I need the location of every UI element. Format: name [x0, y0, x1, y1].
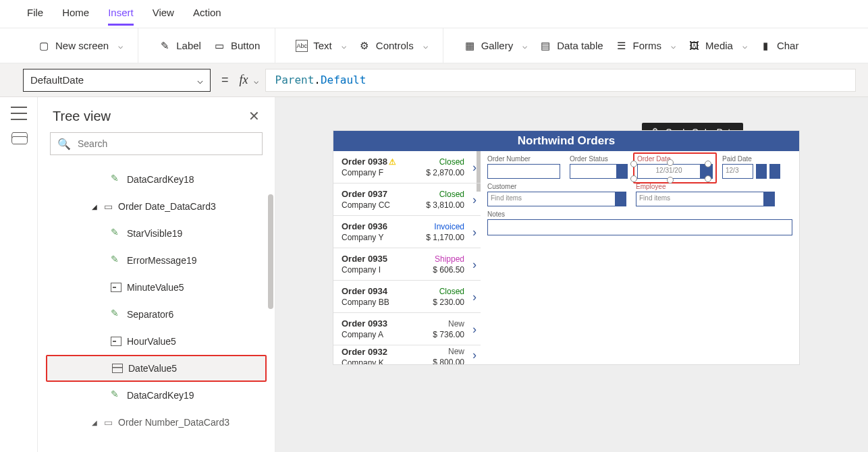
controls-label: Controls [376, 40, 414, 51]
order-number: Order 0936 [342, 221, 387, 231]
tree-view-icon[interactable] [11, 132, 26, 144]
chevron-right-icon: › [472, 192, 477, 206]
charts-button[interactable]: ▮ Char [755, 37, 803, 55]
label-notes: Notes [487, 210, 792, 218]
formula-input[interactable]: Parent.Default [265, 69, 856, 92]
tree-node-datacardkey18[interactable]: DataCardKey18 [38, 166, 275, 193]
search-input[interactable] [78, 138, 255, 149]
formula-token-default: Default [321, 74, 366, 86]
tree-title: Tree view [53, 109, 111, 124]
tree-node-datacardkey19[interactable]: DataCardKey19 [38, 382, 275, 409]
order-amount: $ 606.50 [433, 265, 464, 275]
label-icon [111, 228, 121, 239]
chevron-right-icon: › [472, 289, 477, 304]
dropdown-icon [111, 283, 121, 292]
chevron-right-icon: › [472, 160, 477, 174]
search-box[interactable]: 🔍 [50, 132, 263, 155]
order-status: Closed [439, 157, 464, 167]
order-date-value: 12/31/20 [637, 164, 701, 179]
tree-node-order-number-card[interactable]: ◢ Order Number_DataCard3 [38, 409, 275, 436]
order-row[interactable]: Order 0934Company BBClosed$ 230.00› [333, 281, 481, 313]
caret-icon: ◢ [92, 203, 99, 210]
date-order-date[interactable]: 12/31/20 [637, 164, 713, 179]
label-paid-date: Paid Date [722, 155, 780, 163]
tree-node-order-date-card[interactable]: ◢ Order Date_DataCard3 [38, 193, 275, 220]
paid-date-value: 12/3 [722, 164, 753, 179]
order-number: Order 0937 [342, 189, 390, 199]
close-icon[interactable]: ✕ [248, 108, 260, 124]
order-amount: $ 800.00 [433, 358, 464, 364]
order-gallery[interactable]: Order 0938⚠Company FClosed$ 2,870.00›Ord… [333, 151, 481, 364]
fx-button[interactable]: fx [240, 73, 259, 87]
order-number: Order 0935 [342, 254, 387, 264]
order-row[interactable]: Order 0932Company KNew$ 800.00› [333, 345, 481, 364]
gallery-label: Gallery [481, 40, 514, 51]
gallery-icon: ▦ [464, 40, 476, 52]
forms-label: Forms [633, 40, 662, 51]
tree-node-starvisible19[interactable]: StarVisible19 [38, 220, 275, 247]
tree-node-hourvalue5[interactable]: HourValue5 [38, 328, 275, 355]
order-amount: $ 2,870.00 [426, 168, 464, 177]
input-order-number[interactable] [487, 164, 560, 179]
paid-date-btn1[interactable] [756, 164, 767, 179]
tree-node-datevalue5[interactable]: DateValue5 [46, 355, 267, 382]
customer-placeholder: Find items [487, 192, 616, 206]
order-amount: $ 3,810.00 [426, 200, 464, 210]
order-row[interactable]: Order 0933Company ANew$ 736.00› [333, 313, 481, 345]
media-button[interactable]: 🖼 Media [684, 37, 751, 55]
select-order-status[interactable] [570, 164, 628, 179]
node-label: HourValue5 [127, 336, 176, 347]
menu-insert[interactable]: Insert [108, 7, 134, 26]
order-row[interactable]: Order 0937Company CCClosed$ 3,810.00› [333, 183, 481, 216]
label-label: Label [176, 40, 201, 51]
data-table-button[interactable]: ▤ Data table [535, 37, 607, 55]
controls-icon: ⚙ [358, 40, 371, 52]
order-company: Company Y [342, 233, 387, 242]
property-selector[interactable]: DefaultDate ⌵ [23, 69, 211, 92]
text-icon: Abc [296, 40, 308, 52]
gallery-button[interactable]: ▦ Gallery [460, 37, 532, 55]
chevron-right-icon: › [472, 322, 477, 336]
select-employee[interactable]: Find items [636, 192, 775, 206]
ribbon: ▢ New screen ✎ Label ▭ Button Abc Text ⚙… [0, 28, 868, 63]
menu-file[interactable]: File [27, 7, 43, 26]
node-label: MinuteValue5 [127, 282, 184, 293]
order-row[interactable]: Order 0936Company YInvoiced$ 1,170.00› [333, 216, 481, 248]
chevron-right-icon: › [472, 348, 477, 362]
text-button[interactable]: Abc Text [292, 37, 350, 55]
formula-bar: DefaultDate ⌵ = fx Parent.Default [0, 63, 868, 97]
node-label: DataCardKey18 [127, 174, 194, 185]
canvas[interactable]: Card : Order Date Northwind Orders Order… [275, 97, 868, 452]
order-row[interactable]: Order 0938⚠Company FClosed$ 2,870.00› [333, 151, 481, 183]
button-button[interactable]: ▭ Button [209, 37, 264, 55]
label-icon [111, 390, 121, 401]
select-customer[interactable]: Find items [487, 192, 626, 206]
order-amount: $ 230.00 [433, 298, 464, 307]
menu-action[interactable]: Action [193, 7, 221, 26]
controls-button[interactable]: ⚙ Controls [354, 37, 432, 55]
label-button[interactable]: ✎ Label [155, 37, 205, 55]
hamburger-button[interactable] [11, 107, 27, 120]
caret-icon: ◢ [92, 419, 99, 426]
node-label: StarVisible19 [127, 228, 182, 239]
order-company: Company I [342, 265, 387, 275]
menu-home[interactable]: Home [62, 7, 89, 26]
date-paid-date[interactable]: 12/3 [722, 164, 753, 179]
label-icon [111, 174, 121, 185]
node-label: ErrorMessage19 [127, 255, 197, 266]
paid-date-btn2[interactable] [769, 164, 780, 179]
tree-node-errormessage19[interactable]: ErrorMessage19 [38, 247, 275, 274]
order-number: Order 0932 [342, 347, 387, 357]
order-row[interactable]: Order 0935Company IShipped$ 606.50› [333, 248, 481, 281]
left-rail [0, 97, 38, 452]
label-order-number: Order Number [487, 155, 560, 163]
tree-node-separator6[interactable]: Separator6 [38, 301, 275, 328]
menu-view[interactable]: View [153, 7, 174, 26]
scrollbar-thumb[interactable] [268, 194, 273, 309]
new-screen-button[interactable]: ▢ New screen [34, 37, 127, 55]
forms-button[interactable]: ☰ Forms [612, 37, 680, 55]
input-notes[interactable] [487, 219, 792, 235]
dropdown-icon [111, 337, 121, 346]
tree-node-minutevalue5[interactable]: MinuteValue5 [38, 274, 275, 301]
new-screen-label: New screen [55, 40, 109, 51]
